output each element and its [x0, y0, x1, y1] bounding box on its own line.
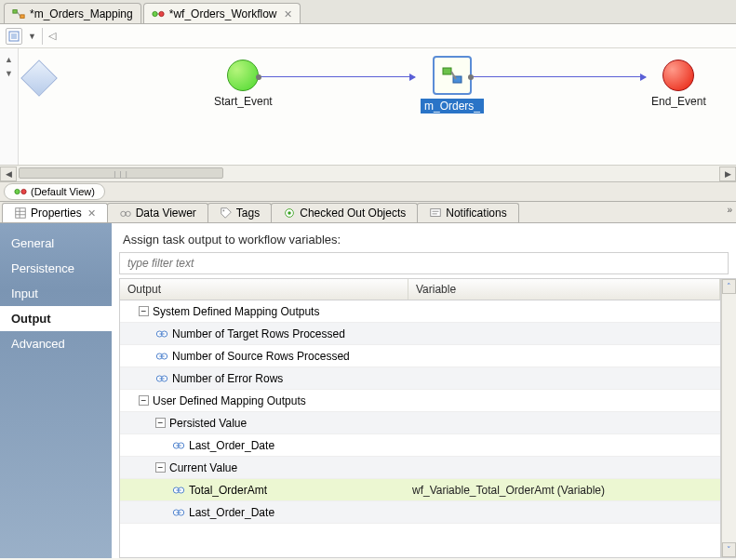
column-header-variable[interactable]: Variable: [408, 279, 720, 300]
workflow-canvas-panel: ▼ ◁ ▲ ▼ Start_Event m_Orders_ End_Event: [0, 24, 736, 182]
row-label: Last_Order_Date: [189, 506, 274, 519]
tree-leaf-row[interactable]: Last_Order_Date: [120, 501, 720, 524]
tab-workflow-label: *wf_Orders_Workflow: [169, 7, 277, 20]
tree-group-row[interactable]: −User Defined Mapping Outputs: [120, 390, 720, 412]
end-event-label: End_Event: [651, 95, 706, 108]
start-event-label: Start_Event: [214, 95, 273, 108]
row-label: Total_OrderAmt: [189, 484, 267, 497]
svg-rect-10: [16, 208, 26, 219]
row-label: Number of Source Rows Processed: [172, 350, 350, 363]
collapse-toggle[interactable]: −: [139, 395, 149, 406]
collapse-toggle[interactable]: −: [139, 306, 149, 316]
mapping-icon: [12, 7, 25, 20]
end-event-icon: [662, 60, 694, 91]
variable-icon: [172, 506, 185, 519]
svg-point-17: [222, 210, 224, 212]
tab-checked-out[interactable]: Checked Out Objects: [271, 203, 418, 222]
variable-icon: [155, 327, 168, 340]
tab-properties[interactable]: Properties ✕: [2, 203, 108, 222]
filter-text-input[interactable]: [119, 252, 729, 274]
output-grid-header: Output Variable: [120, 279, 720, 300]
tab-data-viewer[interactable]: Data Viewer: [107, 203, 208, 222]
tab-notifications-label: Notifications: [446, 207, 506, 220]
toolbar-view-button[interactable]: [6, 28, 22, 45]
output-grid-wrap: Output Variable −System Defined Mapping …: [119, 278, 736, 558]
properties-panel: General Persistence Input Output Advance…: [0, 223, 736, 558]
canvas-toolbar: ▼ ◁: [0, 24, 736, 48]
svg-rect-0: [13, 10, 17, 14]
svg-point-15: [126, 211, 130, 216]
tree-leaf-row[interactable]: Number of Source Rows Processed: [120, 345, 720, 367]
collapse-toggle[interactable]: −: [155, 418, 166, 428]
variable-icon: [155, 372, 168, 385]
workflow-icon: [14, 185, 27, 198]
properties-side-nav: General Persistence Input Output Advance…: [0, 223, 112, 558]
svg-point-14: [120, 211, 125, 216]
view-tab-row: (Default View): [0, 182, 736, 201]
side-tab-input[interactable]: Input: [0, 281, 112, 306]
tree-leaf-row[interactable]: Number of Error Rows: [120, 367, 720, 390]
row-variable-cell[interactable]: wf_Variable_Total_OrderAmt (Variable): [408, 484, 720, 497]
collapse-toggle[interactable]: −: [155, 462, 166, 473]
tab-mapping[interactable]: *m_Orders_Mapping: [4, 3, 141, 23]
palette-gateway-icon[interactable]: [20, 60, 58, 97]
scroll-down-button[interactable]: ˅: [722, 542, 736, 557]
properties-heading: Assign task output to workflow variables…: [112, 223, 736, 252]
end-event-node[interactable]: End_Event: [651, 60, 706, 108]
column-header-output[interactable]: Output: [120, 279, 408, 300]
svg-point-9: [21, 189, 26, 193]
close-icon[interactable]: ✕: [87, 207, 96, 220]
side-tab-persistence[interactable]: Persistence: [0, 256, 112, 281]
tree-group-row[interactable]: −System Defined Mapping Outputs: [120, 300, 720, 323]
grid-vscrollbar[interactable]: ˄ ˅: [721, 279, 736, 557]
tree-leaf-row[interactable]: Total_OrderAmtwf_Variable_Total_OrderAmt…: [120, 479, 720, 501]
canvas-hscrollbar[interactable]: ◀ | | | ▶: [0, 165, 736, 181]
side-tab-advanced[interactable]: Advanced: [0, 331, 112, 356]
scroll-thumb[interactable]: | | |: [19, 167, 223, 179]
output-grid: Output Variable −System Defined Mapping …: [120, 279, 721, 557]
scroll-left-button[interactable]: ◀: [0, 167, 17, 181]
svg-point-2: [153, 11, 157, 16]
tree-group-row[interactable]: −Persisted Value: [120, 412, 720, 434]
start-event-icon: [227, 60, 259, 91]
close-icon[interactable]: ✕: [284, 8, 292, 20]
workflow-canvas[interactable]: ▲ ▼ Start_Event m_Orders_ End_Event: [0, 48, 736, 165]
scroll-right-button[interactable]: ▶: [719, 167, 736, 181]
glasses-icon: [119, 207, 132, 220]
toolbar-prev-arrow[interactable]: ◁: [48, 30, 56, 42]
tab-checked-out-label: Checked Out Objects: [300, 207, 406, 220]
tab-properties-label: Properties: [31, 207, 82, 220]
tab-tags-label: Tags: [236, 207, 260, 220]
tree-leaf-row[interactable]: Number of Target Rows Processed: [120, 323, 720, 345]
toolbar-dropdown-arrow[interactable]: ▼: [28, 32, 36, 41]
panel-tab-bar: Properties ✕ Data Viewer Tags Checked Ou…: [0, 201, 736, 223]
note-icon: [429, 207, 442, 220]
start-event-node[interactable]: Start_Event: [214, 60, 273, 108]
toolbar-separator: [42, 28, 43, 45]
filter-text-wrap: [119, 252, 729, 274]
svg-rect-20: [431, 209, 441, 217]
row-label: System Defined Mapping Outputs: [153, 305, 319, 318]
variable-icon: [172, 439, 185, 452]
side-tab-output[interactable]: Output: [0, 306, 112, 331]
scroll-up-button[interactable]: ˄: [722, 279, 736, 294]
default-view-chip[interactable]: (Default View): [4, 183, 105, 200]
mapping-task-node[interactable]: m_Orders_: [421, 56, 484, 113]
tab-workflow[interactable]: *wf_Orders_Workflow ✕: [143, 3, 301, 23]
svg-rect-5: [11, 33, 17, 39]
variable-icon: [155, 350, 168, 363]
tree-group-row[interactable]: −Current Value: [120, 457, 720, 479]
properties-icon: [14, 207, 27, 220]
tabs-overflow-icon[interactable]: »: [727, 205, 732, 215]
tab-data-viewer-label: Data Viewer: [136, 207, 196, 220]
tree-leaf-row[interactable]: Last_Order_Date: [120, 434, 720, 457]
tab-tags[interactable]: Tags: [207, 203, 272, 222]
connector-task-to-end[interactable]: [471, 76, 646, 77]
connector-start-to-task[interactable]: [259, 76, 415, 77]
row-label: Last_Order_Date: [189, 439, 274, 452]
variable-icon: [172, 484, 185, 497]
output-grid-body: −System Defined Mapping OutputsNumber of…: [120, 300, 720, 557]
tab-notifications[interactable]: Notifications: [417, 203, 518, 222]
svg-rect-1: [20, 15, 24, 19]
side-tab-general[interactable]: General: [0, 231, 112, 256]
